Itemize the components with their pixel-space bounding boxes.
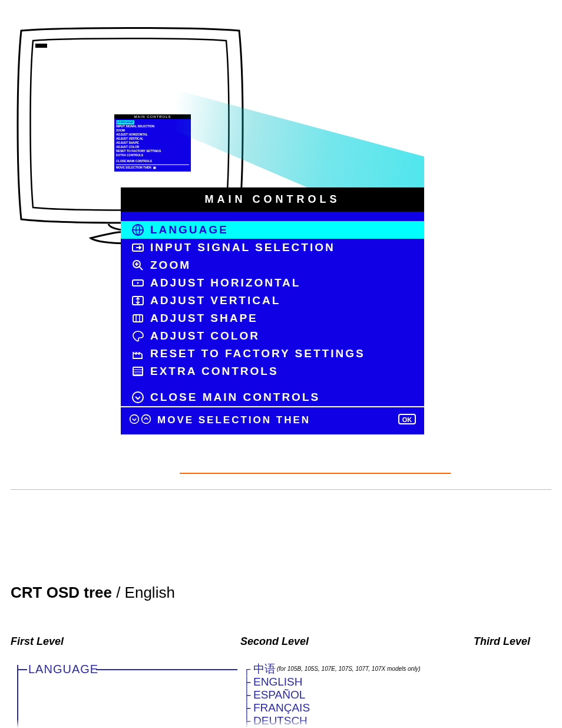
level-heading-third: Third Level	[474, 635, 530, 648]
osd-footer: MOVE SELECTION THEN	[121, 406, 424, 434]
page: MAIN CONTROLS LANGUAGE INPUT SIGNAL SELE…	[0, 0, 562, 728]
globe-icon	[129, 223, 147, 236]
osd-item-label: INPUT SIGNAL SELECTION	[150, 241, 335, 254]
shape-icon	[129, 312, 147, 325]
down-circle-icon	[129, 391, 147, 404]
osd-item-close[interactable]: CLOSE MAIN CONTROLS	[121, 388, 424, 406]
osd-item-adjust-shape[interactable]: ADJUST SHAPE	[121, 309, 424, 327]
down-circle-icon	[129, 414, 140, 427]
osd-item-label: RESET TO FACTORY SETTINGS	[150, 347, 365, 360]
osd-item-label: ZOOM	[150, 259, 191, 272]
osd-item-label: CLOSE MAIN CONTROLS	[150, 391, 320, 404]
factory-icon	[129, 347, 147, 360]
extra-icon	[129, 365, 147, 378]
svg-rect-12	[35, 44, 47, 48]
level-heading-first: First Level	[11, 635, 64, 648]
orange-divider	[180, 473, 451, 474]
tree-item: ├FRANÇAIS	[240, 701, 421, 714]
osd-tree-first-level: LANGUAGE	[16, 665, 240, 728]
tree-first-label: LANGUAGE	[28, 663, 98, 676]
ok-icon	[398, 413, 416, 427]
osd-item-zoom[interactable]: ZOOM	[121, 256, 424, 274]
horiz-icon	[129, 276, 147, 289]
tree-item: ┌ 中语 (for 105B, 105S, 107E, 107S, 107T, …	[240, 663, 421, 676]
osd-item-factory-reset[interactable]: RESET TO FACTORY SETTINGS	[121, 345, 424, 363]
osd-item-input-signal[interactable]: INPUT SIGNAL SELECTION	[121, 239, 424, 256]
osd-item-language[interactable]: LANGUAGE	[121, 221, 424, 239]
osd-footer-label: MOVE SELECTION THEN	[157, 414, 398, 426]
level-heading-second: Second Level	[240, 635, 309, 648]
bottom-fade	[0, 719, 562, 728]
mini-osd-title: MAIN CONTROLS	[114, 114, 191, 119]
osd-item-label: ADJUST SHAPE	[150, 312, 258, 325]
osd-item-extra-controls[interactable]: EXTRA CONTROLS	[121, 363, 424, 380]
osd-item-label: ADJUST HORIZONTAL	[150, 276, 300, 289]
osd-item-adjust-horizontal[interactable]: ADJUST HORIZONTAL	[121, 274, 424, 292]
color-icon	[129, 330, 147, 342]
input-icon	[129, 241, 147, 254]
osd-item-label: ADJUST VERTICAL	[150, 294, 280, 307]
heading-rest: / English	[112, 584, 175, 601]
tree-item: ├ESPAÑOL	[240, 689, 421, 701]
osd-main-controls: MAIN CONTROLS LANGUAGE INPUT SIGNAL SELE…	[121, 187, 424, 434]
osd-tree-second-level: ┌ 中语 (for 105B, 105S, 107E, 107S, 107T, …	[240, 663, 421, 727]
osd-title: MAIN CONTROLS	[121, 187, 424, 212]
vert-icon	[129, 294, 147, 307]
osd-item-label: ADJUST COLOR	[150, 330, 260, 342]
osd-item-adjust-vertical[interactable]: ADJUST VERTICAL	[121, 292, 424, 309]
zoom-icon	[129, 259, 147, 272]
osd-item-adjust-color[interactable]: ADJUST COLOR	[121, 327, 424, 345]
osd-item-label: EXTRA CONTROLS	[150, 365, 279, 378]
tree-item: ├ENGLISH	[240, 676, 421, 689]
osd-item-label: LANGUAGE	[150, 223, 229, 236]
mini-osd: MAIN CONTROLS LANGUAGE INPUT SIGNAL SELE…	[114, 114, 191, 172]
section-heading: CRT OSD tree / English	[11, 584, 175, 602]
up-circle-icon	[141, 414, 151, 427]
horizontal-rule	[11, 489, 551, 490]
heading-bold: CRT OSD tree	[11, 584, 112, 601]
